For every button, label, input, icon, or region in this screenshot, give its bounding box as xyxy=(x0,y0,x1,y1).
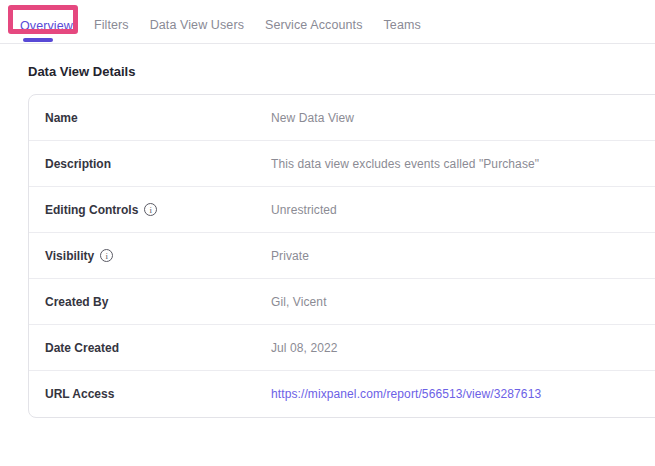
tab-filters[interactable]: Filters xyxy=(94,18,129,32)
tab-teams[interactable]: Teams xyxy=(383,18,420,32)
row-label: Visibility i xyxy=(45,249,271,263)
table-row-description: Description This data view excludes even… xyxy=(29,141,655,187)
row-label-text: Date Created xyxy=(45,341,119,355)
row-label: Name xyxy=(45,111,271,125)
data-view-url-link[interactable]: https://mixpanel.com/report/566513/view/… xyxy=(271,387,541,401)
tab-data-view-users[interactable]: Data View Users xyxy=(150,18,244,32)
table-row-date-created: Date Created Jul 08, 2022 xyxy=(29,325,655,371)
settings-tabbar: Overview Filters Data View Users Service… xyxy=(0,0,655,44)
tab-overview[interactable]: Overview xyxy=(20,19,73,33)
tab-service-accounts[interactable]: Service Accounts xyxy=(265,18,362,32)
row-label-text: Description xyxy=(45,157,111,171)
row-value: Private xyxy=(271,249,309,263)
info-icon[interactable]: i xyxy=(144,203,157,216)
active-tab-indicator xyxy=(23,38,53,42)
row-value: Gil, Vicent xyxy=(271,295,327,309)
row-label: Description xyxy=(45,157,271,171)
overview-panel: Data View Details Name New Data View Des… xyxy=(0,44,655,418)
row-label: URL Access xyxy=(45,387,271,401)
table-row-visibility: Visibility i Private xyxy=(29,233,655,279)
row-value: Jul 08, 2022 xyxy=(271,341,338,355)
row-label: Date Created xyxy=(45,341,271,355)
table-row-name: Name New Data View xyxy=(29,95,655,141)
row-label-text: URL Access xyxy=(45,387,114,401)
row-label-text: Editing Controls xyxy=(45,203,138,217)
row-value: Unrestricted xyxy=(271,203,337,217)
row-value: New Data View xyxy=(271,111,354,125)
row-label-text: Name xyxy=(45,111,78,125)
data-view-details-card: Name New Data View Description This data… xyxy=(28,94,655,418)
table-row-created-by: Created By Gil, Vicent xyxy=(29,279,655,325)
table-row-url-access: URL Access https://mixpanel.com/report/5… xyxy=(29,371,655,417)
info-icon[interactable]: i xyxy=(100,249,113,262)
table-row-editing-controls: Editing Controls i Unrestricted xyxy=(29,187,655,233)
row-value: This data view excludes events called "P… xyxy=(271,157,539,171)
row-value: https://mixpanel.com/report/566513/view/… xyxy=(271,387,541,401)
row-label-text: Created By xyxy=(45,295,108,309)
row-label: Created By xyxy=(45,295,271,309)
row-label: Editing Controls i xyxy=(45,203,271,217)
section-title: Data View Details xyxy=(28,64,655,79)
row-label-text: Visibility xyxy=(45,249,94,263)
